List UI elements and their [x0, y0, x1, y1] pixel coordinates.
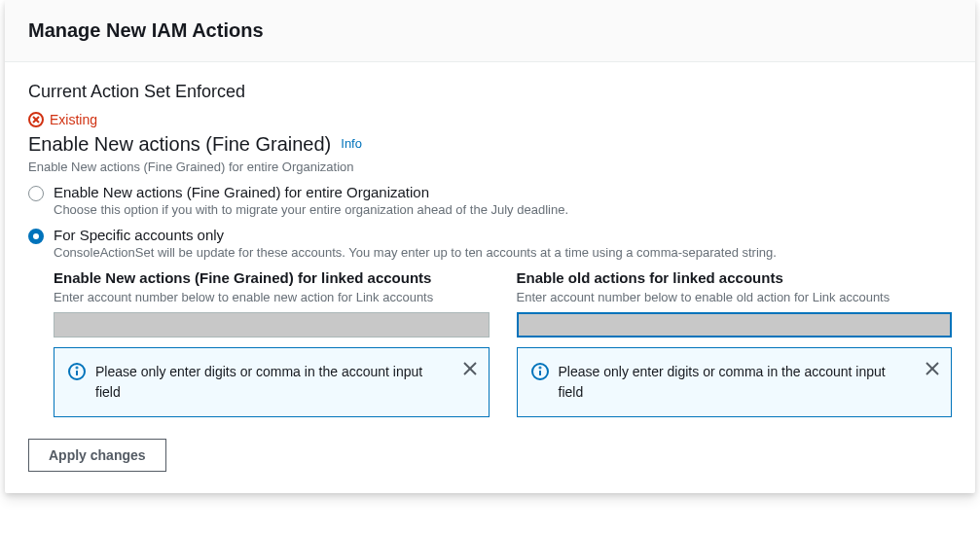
status-row: Existing	[28, 112, 952, 127]
info-link[interactable]: Info	[341, 136, 362, 151]
page-content: Current Action Set Enforced Existing Ena…	[5, 62, 975, 493]
radio-button-specific[interactable]	[28, 229, 44, 244]
radio-label-entire-org: Enable New actions (Fine Grained) for en…	[54, 184, 568, 200]
new-actions-input[interactable]	[54, 312, 490, 338]
radio-group: Enable New actions (Fine Grained) for en…	[28, 184, 952, 260]
enable-title: Enable New actions (Fine Grained)	[28, 133, 331, 156]
radio-button-entire-org[interactable]	[28, 186, 44, 201]
page-title: Manage New IAM Actions	[28, 19, 952, 42]
status-label: Existing	[50, 112, 97, 127]
radio-content-specific: For Specific accounts only ConsoleAction…	[54, 227, 777, 260]
radio-desc-entire-org: Choose this option if you with to migrat…	[54, 202, 568, 217]
new-actions-title: Enable New actions (Fine Grained) for li…	[54, 269, 490, 286]
new-actions-column: Enable New actions (Fine Grained) for li…	[54, 269, 490, 417]
info-icon	[68, 363, 86, 380]
radio-option-entire-org[interactable]: Enable New actions (Fine Grained) for en…	[28, 184, 952, 217]
apply-changes-button[interactable]: Apply changes	[28, 439, 166, 472]
old-actions-alert: Please only enter digits or comma in the…	[517, 347, 953, 417]
page-header: Manage New IAM Actions	[5, 0, 975, 62]
enable-description: Enable New actions (Fine Grained) for en…	[28, 160, 952, 174]
old-actions-description: Enter account number below to enable old…	[517, 290, 953, 304]
new-actions-alert: Please only enter digits or comma in the…	[54, 347, 490, 417]
current-action-set-title: Current Action Set Enforced	[28, 82, 952, 102]
radio-content-entire-org: Enable New actions (Fine Grained) for en…	[54, 184, 568, 217]
radio-option-specific[interactable]: For Specific accounts only ConsoleAction…	[28, 227, 952, 260]
enable-heading-row: Enable New actions (Fine Grained) Info	[28, 133, 952, 156]
close-icon[interactable]	[924, 360, 941, 377]
svg-point-10	[539, 368, 540, 369]
svg-point-5	[77, 368, 78, 369]
page-container: Manage New IAM Actions Current Action Se…	[5, 0, 975, 493]
new-actions-description: Enter account number below to enable new…	[54, 290, 490, 304]
radio-desc-specific: ConsoleActionSet will be update for thes…	[54, 245, 777, 260]
new-actions-alert-text: Please only enter digits or comma in the…	[95, 362, 475, 403]
old-actions-column: Enable old actions for linked accounts E…	[517, 269, 953, 417]
old-actions-alert-text: Please only enter digits or comma in the…	[559, 362, 938, 403]
radio-label-specific: For Specific accounts only	[54, 227, 777, 243]
old-actions-input[interactable]	[517, 312, 953, 338]
close-icon[interactable]	[461, 360, 479, 377]
account-columns: Enable New actions (Fine Grained) for li…	[54, 269, 952, 417]
status-error-icon	[28, 112, 44, 127]
info-icon	[531, 363, 549, 380]
old-actions-title: Enable old actions for linked accounts	[517, 269, 953, 286]
